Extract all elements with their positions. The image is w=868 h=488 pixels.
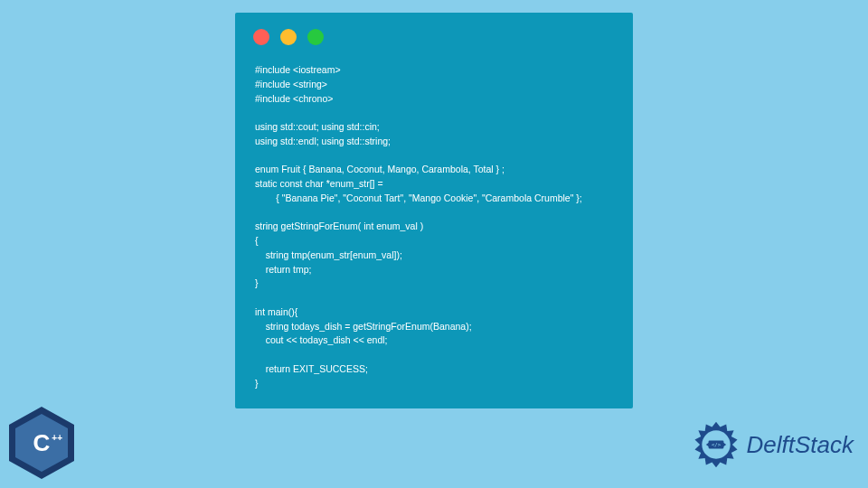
minimize-icon	[280, 29, 297, 45]
window-traffic-lights	[235, 13, 633, 54]
maximize-icon	[307, 29, 324, 45]
cpp-plusplus: ++	[52, 434, 62, 442]
gear-icon: </>	[691, 419, 741, 470]
brand-name: DelftStack	[747, 431, 854, 459]
cpp-language-badge: C ++	[9, 407, 74, 479]
svg-text:</>: </>	[711, 442, 721, 447]
cpp-letter: C	[33, 429, 51, 457]
close-icon	[253, 29, 269, 45]
delftstack-logo: </> DelftStack	[691, 419, 854, 470]
code-window: #include <iostream> #include <string> #i…	[235, 13, 633, 408]
code-content: #include <iostream> #include <string> #i…	[235, 54, 633, 399]
